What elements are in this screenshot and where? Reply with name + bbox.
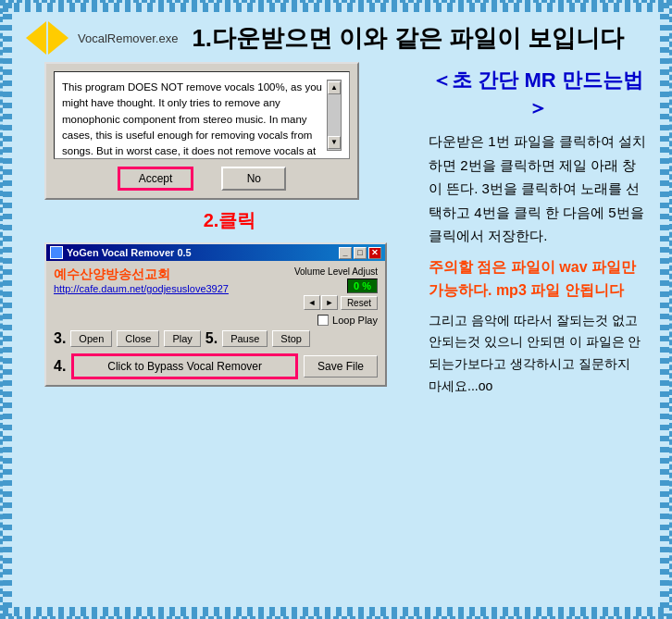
loop-checkbox[interactable]: [317, 315, 329, 326]
loop-row: Loop Play: [54, 315, 378, 326]
close-ctrl-button[interactable]: Close: [117, 330, 159, 347]
pause-button[interactable]: Pause: [222, 330, 268, 347]
vol-down-arrow[interactable]: ◄: [304, 295, 320, 310]
dialog-buttons: Accept No: [54, 167, 350, 191]
stop-button[interactable]: Stop: [272, 330, 310, 347]
click-label: 2.클릭: [44, 208, 415, 233]
volume-display: 0 %: [347, 279, 378, 293]
minimize-button[interactable]: _: [339, 247, 352, 259]
bypass-save-row: 4. Click to Bypass Vocal Remover Save Fi…: [54, 353, 378, 379]
main-content: VocalRemover.exe 1.다운받으면 이와 같은 파일이 보입니다 …: [12, 12, 660, 607]
right-panel: ＜초 간단 MR 만드는법＞ 다운받은 1번 파일을 클릭하여 설치하면 2번을…: [429, 62, 646, 598]
yogen-titlebar-left: YoGen Vocal Remover 0.5: [50, 246, 192, 259]
save-file-button[interactable]: Save File: [304, 355, 378, 378]
title-icon: [50, 246, 63, 259]
info-text: 그리고 음악에 따라서 잘되는것 없고 안되는것 있으니 안되면 이 파일은 안…: [429, 310, 646, 398]
reset-button[interactable]: Reset: [341, 296, 378, 310]
logo-text: VocalRemover.exe: [78, 31, 178, 45]
dialog-scrollbar[interactable]: ▲ ▼: [327, 80, 342, 151]
controls-row: 3. Open Close Play 5. Pause Stop: [54, 330, 378, 347]
header: VocalRemover.exe 1.다운받으면 이와 같은 파일이 보입니다: [12, 12, 660, 62]
dialog-box: This program DOES NOT remove vocals 100%…: [44, 62, 359, 200]
yogen-titlebar: YoGen Vocal Remover 0.5 _ □ ✕: [46, 244, 385, 261]
step3-label: 3.: [54, 330, 66, 347]
accept-button[interactable]: Accept: [118, 167, 194, 191]
bypass-button[interactable]: Click to Bypass Vocal Remover: [71, 353, 298, 379]
yogen-body: 예수산양방송선교회 http://cafe.daum.net/godjesusl…: [46, 261, 385, 385]
loop-label: Loop Play: [332, 315, 378, 326]
volume-label: Volume Level Adjust: [294, 266, 378, 277]
church-name: 예수산양방송선교회: [54, 266, 287, 283]
border-right: [660, 3, 669, 616]
church-info: 예수산양방송선교회 http://cafe.daum.net/godjesusl…: [54, 266, 287, 310]
vol-arrows: ◄ ►: [304, 295, 338, 310]
volume-arrows-row: ◄ ► Reset: [304, 295, 378, 310]
dialog-text: This program DOES NOT remove vocals 100%…: [62, 80, 323, 151]
warning-text: 주의할 점은 파일이 wav 파일만 가능하다. mp3 파일 안됩니다: [429, 255, 646, 303]
right-title: ＜초 간단 MR 만드는법＞: [429, 67, 646, 122]
left-panel: This program DOES NOT remove vocals 100%…: [26, 62, 415, 598]
border-top: [3, 3, 669, 12]
scroll-up-arrow[interactable]: ▲: [328, 81, 341, 94]
border-left: [3, 3, 12, 616]
yogen-top-row: 예수산양방송선교회 http://cafe.daum.net/godjesusl…: [54, 266, 378, 310]
yogen-title: YoGen Vocal Remover 0.5: [67, 247, 192, 258]
titlebar-buttons: _ □ ✕: [339, 247, 381, 259]
header-title: 1.다운받으면 이와 같은 파일이 보입니다: [192, 22, 624, 55]
scroll-down-arrow[interactable]: ▼: [328, 136, 341, 149]
vol-up-arrow[interactable]: ►: [321, 295, 338, 310]
church-url[interactable]: http://cafe.daum.net/godjesuslove3927: [54, 283, 287, 294]
open-button[interactable]: Open: [70, 330, 112, 347]
body-split: This program DOES NOT remove vocals 100%…: [12, 62, 660, 607]
step4-label: 4.: [54, 358, 66, 375]
border-bottom: [3, 607, 669, 616]
volume-section: Volume Level Adjust 0 % ◄ ►: [294, 266, 378, 310]
logo-triangle-right: [48, 21, 68, 55]
yogen-window: YoGen Vocal Remover 0.5 _ □ ✕ 예수산양방송선교회 …: [44, 242, 387, 387]
no-button[interactable]: No: [221, 167, 286, 191]
dialog-inner: This program DOES NOT remove vocals 100%…: [54, 71, 350, 159]
right-desc: 다운받은 1번 파일을 클릭하여 설치하면 2번을 클릭하면 제일 아래 창이 …: [429, 130, 646, 248]
maximize-button[interactable]: □: [354, 247, 367, 259]
close-button[interactable]: ✕: [368, 247, 381, 259]
volume-control: 0 %: [347, 279, 378, 293]
logo-triangle-left: [26, 21, 46, 55]
play-button[interactable]: Play: [164, 330, 200, 347]
logo-icon: [26, 21, 68, 55]
step5-label: 5.: [205, 330, 218, 347]
